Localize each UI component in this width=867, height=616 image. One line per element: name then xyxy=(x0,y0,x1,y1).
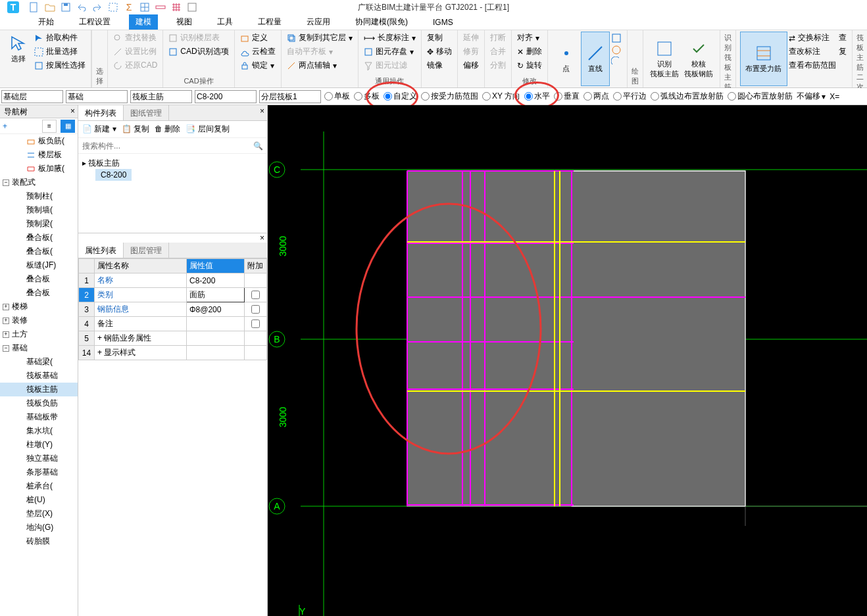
view-grid-icon[interactable]: ▦ xyxy=(61,120,75,133)
length-dim[interactable]: ⟼长度标注 ▾ xyxy=(362,32,417,44)
arc-icon[interactable] xyxy=(611,57,622,67)
property-table[interactable]: 属性名称属性值附加 1名称C8-200 2类别面筋 3钢筋信息Φ8@200 4备… xyxy=(78,258,267,360)
line-tool[interactable]: 直线 xyxy=(581,32,610,86)
view-list-icon[interactable]: ≡ xyxy=(42,120,57,133)
redo-icon[interactable] xyxy=(92,2,103,12)
move-btn[interactable]: ✥ 移动 xyxy=(426,45,453,58)
close-icon[interactable]: × xyxy=(260,233,264,243)
new-icon[interactable] xyxy=(29,2,39,12)
type-select[interactable]: 筏板主筋 xyxy=(130,90,192,103)
recognize-raft-rebar[interactable]: 识别 筏板主筋 xyxy=(647,32,681,86)
mirror-btn[interactable]: 镜像 xyxy=(426,59,453,72)
opt-vertical[interactable]: 垂直 xyxy=(554,91,580,102)
opt-single[interactable]: 单板 xyxy=(324,91,350,102)
tab-drawing-mgr[interactable]: 图纸管理 xyxy=(124,105,169,120)
tab-collab[interactable]: 协同建模(限免) xyxy=(349,14,414,30)
select-by-prop[interactable]: 按属性选择 xyxy=(33,59,87,72)
open-icon[interactable] xyxy=(45,2,55,12)
tab-tool[interactable]: 工具 xyxy=(211,14,239,30)
search-input[interactable] xyxy=(82,141,253,151)
rect-icon[interactable] xyxy=(611,33,622,43)
prop-check[interactable] xyxy=(251,291,260,299)
more-2[interactable]: 复 xyxy=(837,45,848,58)
tab-layers[interactable]: 图层管理 xyxy=(124,243,169,258)
tree-item: 预制墙( xyxy=(0,203,78,217)
point-tool[interactable]: 点 xyxy=(552,32,581,86)
region-icon[interactable] xyxy=(108,2,118,12)
opt-arc-radial[interactable]: 弧线边布置放射筋 xyxy=(651,91,724,102)
tab-component-list[interactable]: 构件列表 xyxy=(78,105,124,120)
tree-item: 垫层(X) xyxy=(0,507,78,521)
tree-item: 板加腋( xyxy=(0,162,78,176)
rotate-btn[interactable]: ↻ 旋转 xyxy=(516,59,543,72)
tab-igms[interactable]: IGMS xyxy=(426,16,460,29)
align-btn[interactable]: 对齐 ▾ xyxy=(516,32,543,44)
layer-select[interactable]: 分层筏板1 xyxy=(259,90,321,103)
opt-by-range[interactable]: 按受力筋范围 xyxy=(421,91,478,102)
settings-icon[interactable] xyxy=(187,2,197,12)
tab-settings[interactable]: 工程设置 xyxy=(72,14,117,30)
modify-label[interactable]: 查改标注 xyxy=(787,45,837,58)
nav-header: 导航树× xyxy=(0,105,78,118)
sum-icon[interactable]: Σ xyxy=(124,2,134,12)
circle-icon[interactable] xyxy=(611,45,622,55)
tab-start[interactable]: 开始 xyxy=(32,14,61,30)
define-btn[interactable]: 定义 xyxy=(239,32,277,44)
opt-horizontal[interactable]: 水平 xyxy=(524,91,550,102)
svg-rect-4 xyxy=(64,3,68,6)
offset-btn[interactable]: 偏移 xyxy=(462,59,480,72)
prop-check[interactable] xyxy=(251,320,260,328)
copy-btn[interactable]: 复制 xyxy=(426,32,453,44)
tree-item: 桩承台( xyxy=(0,479,78,493)
delete-component[interactable]: 🗑 删除 xyxy=(155,124,180,135)
copy-to-floor[interactable]: 复制到其它层 ▾ xyxy=(285,32,354,44)
component-select[interactable]: C8-200 xyxy=(195,90,257,103)
grid-icon[interactable] xyxy=(171,2,182,12)
svg-rect-27 xyxy=(658,42,671,55)
pick-component[interactable]: 拾取构件 xyxy=(33,32,87,44)
more-1[interactable]: 查 xyxy=(837,32,848,44)
drawing-canvas[interactable]: C B A 3000 3000 xyxy=(268,105,867,616)
cloud-check[interactable]: 云检查 xyxy=(239,45,277,58)
save-icon[interactable] xyxy=(61,2,71,12)
save-elements[interactable]: 图元存盘 ▾ xyxy=(362,45,417,58)
tab-view[interactable]: 视图 xyxy=(170,14,199,30)
ruler-icon[interactable] xyxy=(155,2,166,12)
undo-icon[interactable] xyxy=(76,2,87,12)
opt-parallel[interactable]: 平行边 xyxy=(613,91,647,102)
cad-options[interactable]: CAD识别选项 xyxy=(167,45,230,58)
copy-component[interactable]: 📋 复制 xyxy=(122,124,149,135)
place-rebar-btn[interactable]: 布置受力筋 xyxy=(740,32,787,86)
opt-custom[interactable]: 自定义 xyxy=(384,91,417,102)
component-list[interactable]: ▸ 筏板主筋 C8-200 xyxy=(78,154,267,233)
new-component[interactable]: 📄 新建 ▾ xyxy=(82,124,116,135)
category-select[interactable]: 基础 xyxy=(66,90,128,103)
close-icon[interactable]: × xyxy=(260,107,264,116)
prop-check[interactable] xyxy=(251,305,260,314)
add-icon[interactable]: + xyxy=(3,122,7,131)
floor-select[interactable]: 基础层 xyxy=(1,90,63,103)
tab-model[interactable]: 建模 xyxy=(129,14,158,30)
close-icon[interactable]: × xyxy=(70,107,75,116)
tree-item: 板缝(JF) xyxy=(0,258,78,272)
opt-no-offset[interactable]: 不偏移 ▾ xyxy=(797,91,826,102)
tab-properties[interactable]: 属性列表 xyxy=(78,243,124,258)
opt-center-radial[interactable]: 圆心布置放射筋 xyxy=(728,91,793,102)
tab-qty[interactable]: 工程量 xyxy=(251,14,288,30)
two-point-axis[interactable]: 两点辅轴 ▾ xyxy=(285,59,354,72)
layer-copy[interactable]: 📑 层间复制 xyxy=(186,124,229,135)
batch-select[interactable]: 批量选择 xyxy=(33,45,87,58)
lock-btn[interactable]: 锁定 ▾ xyxy=(239,59,277,72)
opt-xy[interactable]: XY 方向 xyxy=(482,91,520,102)
search-icon[interactable]: 🔍 xyxy=(253,141,263,151)
delete-btn[interactable]: ✕ 删除 xyxy=(516,45,543,58)
table-icon[interactable] xyxy=(139,2,150,12)
tab-cloud[interactable]: 云应用 xyxy=(300,14,337,30)
swap-label[interactable]: ⇄ 交换标注 xyxy=(787,32,837,44)
select-button[interactable]: 选择 xyxy=(4,32,33,66)
nav-tree[interactable]: 板负筋( 楼层板 板加腋( − 装配式 预制柱( 预制墙( 预制梁( 叠合板( … xyxy=(0,134,78,616)
view-range[interactable]: 查看布筋范围 xyxy=(787,59,837,72)
opt-twopoint[interactable]: 两点 xyxy=(583,91,609,102)
check-raft-rebar[interactable]: 校核 筏板钢筋 xyxy=(681,32,716,86)
opt-multi[interactable]: 多板 xyxy=(354,91,380,102)
